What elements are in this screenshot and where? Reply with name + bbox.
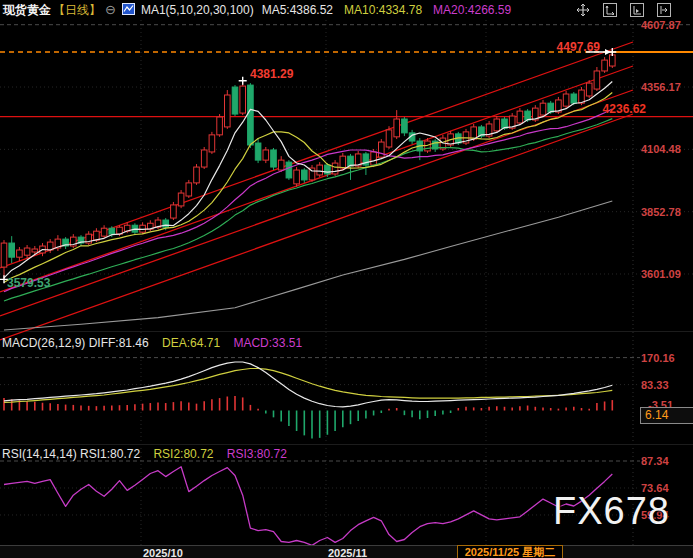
pan-right-icon[interactable] — [657, 3, 671, 17]
circled-minus-icon[interactable]: ⊖ — [105, 4, 116, 16]
chart-application: 现货黄金 【日线】 ⊖ MA1(5,10,20,30,100) MA5:4386… — [0, 0, 693, 558]
macd-axis-label: 170.16 — [641, 352, 675, 364]
macd-macd-value: MACD:33.51 — [233, 336, 302, 350]
ma5-value: MA5:4386.52 — [262, 3, 333, 17]
macd-current-value-box: 6.14 — [640, 407, 693, 424]
current-date-box: 2025/11/25 星期二 — [457, 545, 563, 558]
macd-header: MACD(26,12,9) DIFF:81.46 DEA:64.71 MACD:… — [2, 336, 302, 350]
rsi-axis-label: 87.34 — [641, 455, 669, 467]
rsi2-value: RSI2:80.72 — [153, 447, 213, 461]
macd-dea-value: DEA:64.71 — [162, 336, 220, 350]
peak-price-annotation: 4381.29 — [250, 67, 293, 81]
rsi-header: RSI(14,14,14) RSI1:80.72 RSI2:80.72 RSI3… — [2, 447, 287, 461]
date-label-november: 2025/11 — [328, 547, 367, 558]
price-axis-label: 3852.78 — [641, 206, 681, 218]
chart-markers — [0, 48, 616, 283]
ma20-value: MA20:4266.59 — [433, 3, 511, 17]
date-label-october: 2025/10 — [143, 547, 183, 558]
rsi-title: RSI(14,14,14) RSI1:80.72 — [2, 447, 140, 461]
rsi3-value: RSI3:80.72 — [227, 447, 287, 461]
grid-lines — [0, 20, 693, 545]
price-axis-label: 3601.09 — [641, 268, 681, 280]
macd-pane — [4, 362, 612, 438]
symbol-name: 现货黄金 — [3, 2, 51, 19]
zoom-horizontal-axis-icon[interactable] — [630, 3, 644, 17]
timeframe-label[interactable]: 【日线】 — [53, 2, 101, 19]
crosshair-icon[interactable] — [576, 3, 590, 17]
price-axis-label: 4356.17 — [641, 81, 681, 93]
ma10-value: MA10:4334.78 — [344, 3, 422, 17]
low-price-annotation: 3579.53 — [7, 276, 50, 290]
fx678-watermark: FX678 — [553, 490, 670, 533]
candles-layer — [1, 52, 615, 279]
date-axis-band: 2025/10 2025/11 2025/11/25 星期二 — [0, 545, 693, 558]
chart-canvas[interactable] — [0, 0, 693, 558]
macd-axis-label: 83.33 — [641, 379, 669, 391]
level-line-annotation: 4236.62 — [566, 102, 646, 116]
price-axis-label: 4607.87 — [641, 19, 681, 31]
rsi-pane — [4, 467, 612, 546]
price-axis-label: 4104.48 — [641, 143, 681, 155]
latest-price-annotation: 4497.69 — [538, 40, 600, 54]
chart-type-icon[interactable] — [122, 3, 135, 18]
macd-title: MACD(26,12,9) DIFF:81.46 — [2, 336, 149, 350]
chart-toolbar — [576, 3, 671, 17]
zoom-vertical-axis-icon[interactable] — [603, 3, 617, 17]
ma-settings-label: MA1(5,10,20,30,100) — [141, 3, 254, 17]
